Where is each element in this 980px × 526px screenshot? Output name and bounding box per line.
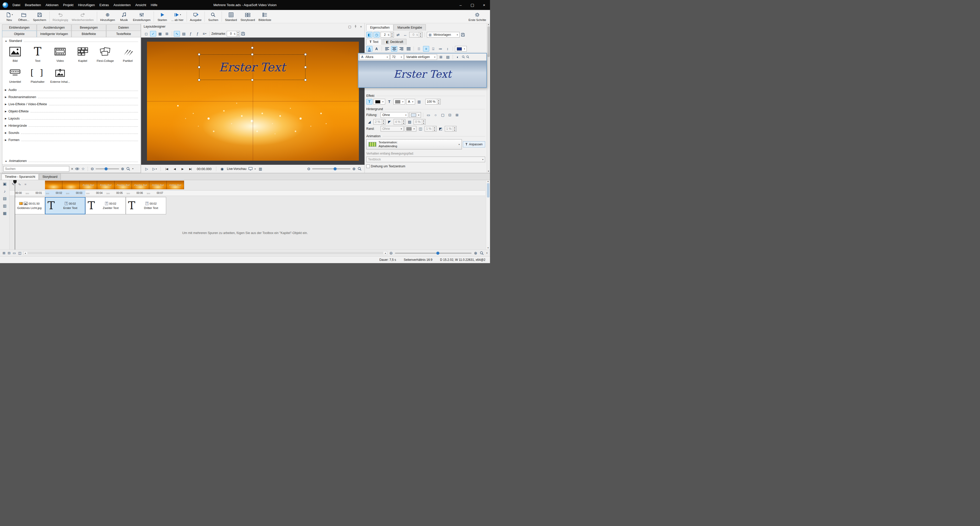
tab-texteffekte[interactable]: Texteffekte (107, 31, 141, 37)
section-routenanimationen[interactable]: Routenanimationen (2, 94, 141, 101)
tab-storyboard[interactable]: Storyboard (39, 174, 61, 180)
align-left-icon[interactable] (384, 46, 390, 52)
snap-grid-icon[interactable] (164, 31, 170, 37)
zoom-in-magnifier-icon[interactable] (461, 55, 465, 59)
canvas-text-object[interactable]: Erster Text (219, 60, 285, 74)
wave-icon[interactable] (18, 183, 21, 186)
smart-guides-icon[interactable] (150, 31, 156, 37)
curve-editor-icon[interactable] (188, 31, 194, 37)
opacity-spinner[interactable]: 100 % (425, 99, 441, 105)
zoom-in-icon[interactable] (121, 167, 124, 171)
font-presets-dropdown[interactable]: A (406, 99, 415, 105)
favorites-star-icon[interactable] (81, 167, 84, 171)
view-options-icon[interactable] (201, 31, 208, 37)
border-dropdown[interactable]: Ohne (380, 126, 404, 132)
layers-icon[interactable] (3, 196, 6, 201)
menu-datei[interactable]: Datei (10, 2, 22, 8)
rotation-checkbox[interactable] (366, 165, 370, 168)
object-externe-inhalte[interactable]: Externe Inhal... (49, 67, 71, 83)
font-style-icon[interactable]: A (374, 46, 380, 52)
resize-handle[interactable] (304, 53, 307, 56)
canvas-zoom-slider[interactable] (312, 168, 350, 169)
properties-scrollbar[interactable] (487, 23, 490, 173)
outline-toggle-icon[interactable]: T (386, 99, 392, 105)
align-right-icon[interactable] (398, 46, 404, 52)
resize-handle[interactable] (198, 53, 200, 56)
film-thumbnail[interactable]: Dritter Text (167, 181, 184, 189)
section-animationen[interactable]: Animationen (2, 157, 141, 165)
edit-object-icon[interactable] (3, 182, 6, 186)
chevron-down-icon[interactable] (487, 252, 487, 254)
slider-knob[interactable] (436, 252, 439, 255)
zoom-out-magnifier-icon[interactable] (466, 55, 469, 59)
tab-bildeffekte[interactable]: Bildeffekte (72, 31, 106, 37)
layout-imagelist-button[interactable]: Bilderliste (257, 11, 273, 23)
contrast-icon[interactable] (455, 54, 461, 60)
magnifier-icon[interactable] (357, 167, 362, 171)
motion-path-icon[interactable] (174, 31, 180, 37)
scroll-down-icon[interactable] (487, 170, 490, 172)
live-preview-icon[interactable] (219, 166, 225, 172)
tab-timeline-spuransicht[interactable]: Timeline - Spuransicht (2, 174, 38, 180)
radius-spinner[interactable]: 2 % (374, 119, 385, 125)
start-playback-button[interactable]: Starten (155, 11, 169, 23)
valign-bottom-icon[interactable] (430, 46, 436, 52)
menu-assistenten[interactable]: Assistenten (111, 2, 133, 8)
tab-objekte[interactable]: Objekte (2, 31, 37, 37)
preview-filmstrip[interactable]: Erster Text Erster Text Zweiter Text Zwe… (45, 181, 184, 189)
transform-tool-icon[interactable] (143, 31, 149, 37)
first-steps-button[interactable]: Erste Schritte (467, 11, 488, 23)
tab-deckkraft[interactable]: Deckkraft (383, 39, 406, 45)
align-center-icon[interactable] (391, 46, 397, 52)
slider-knob[interactable] (105, 167, 108, 170)
film-thumbnail[interactable]: Dritter Text (149, 181, 167, 189)
fade-toggle-icon[interactable] (366, 32, 372, 38)
close-button[interactable] (478, 0, 490, 10)
zoom-out-icon[interactable] (307, 167, 310, 171)
section-audio[interactable]: Audio (2, 86, 141, 94)
slider-knob[interactable] (334, 167, 337, 170)
resize-handle[interactable] (304, 79, 307, 81)
section-hintergruende[interactable]: Hintergründe (2, 122, 141, 129)
anpassen-button[interactable]: TAnpassen (463, 141, 485, 148)
tab-ausblendungen[interactable]: Ausblendungen (37, 24, 71, 31)
film-thumbnail[interactable]: Zweiter Text (115, 181, 132, 189)
keyframe-table-icon[interactable] (181, 31, 187, 37)
selection-box[interactable]: Erster Text (199, 54, 305, 80)
new-button[interactable]: Neu (2, 11, 16, 23)
ellipse-shape-icon[interactable] (433, 112, 439, 118)
border-width-spinner[interactable]: 1 % (425, 126, 437, 132)
frame-tool-icon[interactable] (3, 211, 6, 216)
fill-color-dropdown[interactable] (409, 112, 421, 118)
resize-handle[interactable] (198, 79, 200, 81)
section-sounds[interactable]: Sounds (2, 129, 141, 137)
duration-spinner[interactable]: 2 s (380, 32, 394, 38)
open-button[interactable]: Öffnen... (16, 11, 31, 23)
timeline-horizontal-scrollbar[interactable] (24, 251, 387, 255)
music-button[interactable]: Musik (117, 11, 131, 23)
section-layouts[interactable]: Layouts (2, 115, 141, 122)
time-ruler[interactable]: 00:00 500 00:01 500 00:02 500 00:03 500 … (10, 190, 485, 196)
font-family-dropdown[interactable]: A Allura (360, 54, 390, 60)
close-panel-icon[interactable] (360, 25, 362, 29)
menu-ansicht[interactable]: Ansicht (133, 2, 148, 8)
resize-handle[interactable] (251, 79, 254, 81)
audio-track-icon[interactable] (4, 189, 6, 193)
text-animation-dropdown[interactable]: Textanimation: Alphablending (366, 139, 462, 149)
border-offset-spinner[interactable]: 1 % (445, 126, 457, 132)
offset-icon[interactable] (402, 32, 408, 38)
object-partikel[interactable]: Partikel (116, 46, 139, 62)
clear-search-icon[interactable] (71, 167, 73, 171)
line-spacing-icon[interactable] (444, 46, 451, 52)
corner-radius-icon[interactable] (366, 119, 372, 125)
scroll-left-icon[interactable] (24, 252, 27, 254)
zoom-in-icon[interactable] (474, 251, 477, 256)
tab-bewegungen[interactable]: Bewegungen (72, 24, 106, 31)
chevron-down-icon[interactable] (255, 168, 256, 170)
jump-start-icon[interactable] (164, 166, 170, 172)
menu-hilfe[interactable]: Hilfe (148, 2, 160, 8)
timeline-item-dritter-text[interactable]: T T00:02 Dritter Text (126, 197, 166, 215)
split-view-icon[interactable] (258, 166, 264, 172)
text-editor-preview[interactable]: Erster Text (358, 60, 487, 87)
timeline-item-zweiter-text[interactable]: T T00:02 Zweiter Text (85, 197, 126, 215)
